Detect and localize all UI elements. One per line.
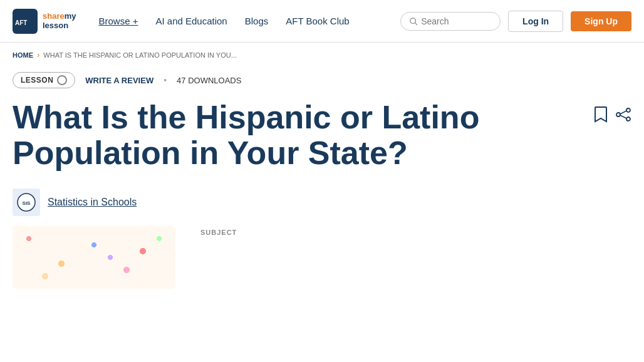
svg-line-3 (415, 23, 417, 24)
thumbnail-pattern (13, 226, 175, 289)
aft-logo-icon: AFT (13, 9, 38, 34)
nav-ai-education[interactable]: AI and Education (148, 11, 234, 31)
author-row: SIS Statistics in Schools (0, 184, 644, 226)
lesson-thumbnail[interactable] (13, 226, 175, 289)
meta-separator: • (164, 75, 167, 85)
nav-aft-book-club[interactable]: AFT Book Club (278, 11, 356, 31)
logo-text: sharemy lesson (43, 12, 76, 30)
share-icon[interactable] (615, 108, 631, 125)
author-avatar: SIS (13, 189, 40, 216)
svg-line-8 (620, 115, 626, 118)
site-header: AFT sharemy lesson Browse + AI and Educa… (0, 0, 644, 43)
title-actions (594, 100, 631, 127)
breadcrumb-separator: › (37, 50, 39, 59)
page-title: What Is the Hispanic or Latino Populatio… (13, 100, 576, 171)
badge-dot (57, 75, 67, 85)
author-name[interactable]: Statistics in Schools (48, 197, 137, 208)
login-button[interactable]: Log In (508, 11, 563, 32)
write-review-link[interactable]: WRITE A REVIEW (85, 76, 153, 85)
nav-blogs[interactable]: Blogs (237, 11, 276, 31)
breadcrumb-current-page: WHAT IS THE HISPANIC OR LATINO POPULATIO… (43, 51, 236, 59)
nav-browse[interactable]: Browse + (91, 11, 146, 31)
svg-line-7 (620, 111, 626, 114)
signup-button[interactable]: Sign Up (571, 11, 631, 31)
svg-point-6 (616, 113, 620, 116)
search-box[interactable] (400, 12, 501, 31)
subject-label: SUBJECT (200, 229, 237, 236)
svg-text:SIS: SIS (23, 200, 31, 206)
meta-row: LESSON WRITE A REVIEW • 47 DOWNLOADS (0, 67, 644, 93)
logo[interactable]: AFT sharemy lesson (13, 9, 76, 34)
search-input[interactable] (421, 16, 491, 26)
title-section: What Is the Hispanic or Latino Populatio… (0, 93, 644, 184)
breadcrumb: HOME › WHAT IS THE HISPANIC OR LATINO PO… (0, 43, 644, 67)
badge-label: LESSON (21, 76, 53, 85)
bookmark-icon[interactable] (594, 106, 608, 127)
svg-point-5 (626, 117, 630, 121)
svg-point-4 (626, 108, 630, 112)
breadcrumb-home[interactable]: HOME (13, 51, 33, 59)
search-icon (410, 17, 417, 26)
subject-section: SUBJECT (200, 226, 631, 237)
main-nav: Browse + AI and Education Blogs AFT Book… (91, 11, 401, 31)
downloads-count: 47 DOWNLOADS (177, 76, 241, 85)
header-right: Log In Sign Up (400, 11, 631, 32)
content-bottom: SUBJECT (0, 226, 644, 289)
svg-text:AFT: AFT (15, 19, 27, 26)
lesson-badge: LESSON (13, 72, 75, 88)
